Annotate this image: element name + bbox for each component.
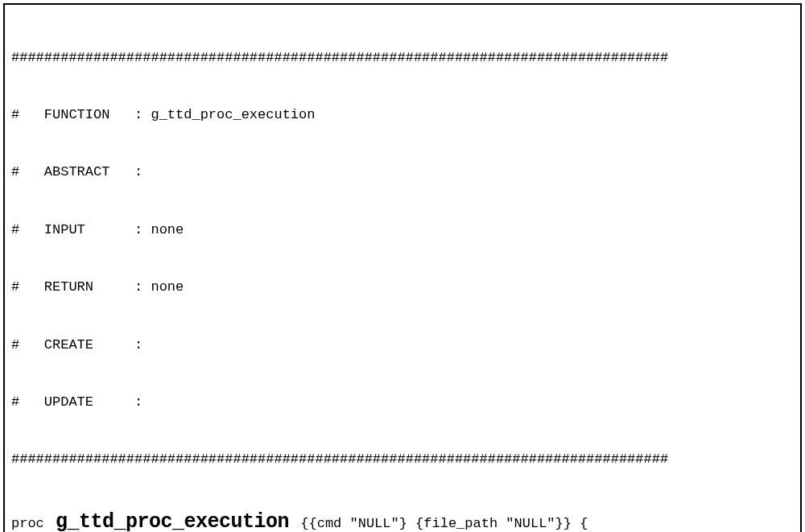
- comment-function: # FUNCTION : g_ttd_proc_execution: [11, 105, 794, 125]
- proc-name: g_ttd_proc_execution: [56, 508, 289, 532]
- proc-declaration: proc g_ttd_proc_execution {{cmd "NULL"} …: [11, 508, 794, 532]
- return-label: # RETURN :: [11, 279, 151, 295]
- comment-return: # RETURN : none: [11, 278, 794, 297]
- return-value: none: [151, 279, 184, 295]
- hash-rule-top: ########################################…: [11, 48, 794, 68]
- proc-args: {{cmd "NULL"} {file_path "NULL"}} {: [292, 514, 588, 532]
- hash-rule-bottom: ########################################…: [11, 450, 794, 469]
- comment-create: # CREATE :: [11, 336, 794, 355]
- function-value: g_ttd_proc_execution: [151, 107, 315, 122]
- comment-input: # INPUT : none: [11, 221, 794, 240]
- proc-keyword: proc: [11, 514, 52, 532]
- function-label: # FUNCTION :: [11, 107, 151, 122]
- code-block: ########################################…: [3, 3, 802, 532]
- input-value: none: [151, 222, 184, 237]
- input-label: # INPUT :: [11, 222, 151, 237]
- comment-update: # UPDATE :: [11, 393, 794, 412]
- comment-abstract: # ABSTRACT :: [11, 163, 794, 182]
